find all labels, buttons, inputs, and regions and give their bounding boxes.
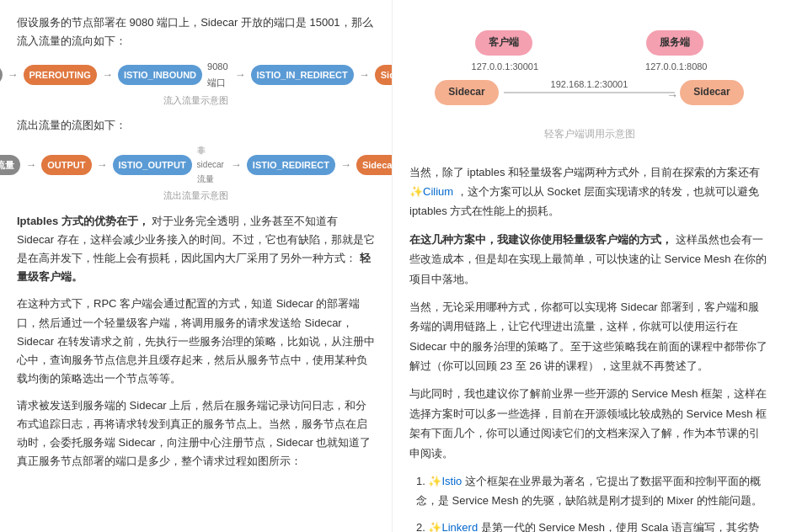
list-text-1: 这个框架在业界最为著名，它提出了数据平面和控制平面的概念，是 Service M…: [416, 475, 762, 507]
arrow4: →: [359, 66, 370, 84]
nd-caption: 轻客户端调用示意图: [544, 125, 635, 144]
nd-client-addr: 127.0.0.1:30001: [472, 59, 539, 76]
left-intro: 假设服务的节点部署在 9080 端口上，Sidecar 开放的端口是 15001…: [17, 13, 375, 51]
right-p2: 在这几种方案中，我建议你使用轻量级客户端的方式， 这样虽然也会有一些改造成本，但…: [409, 230, 769, 289]
inflow-node-start: 数据流入: [0, 65, 3, 86]
outflow-intro: 流出流量的流图如下：: [17, 116, 375, 135]
network-diagram: 客户端 服务端 127.0.0.1:30001 127.0.0.1:8080 S…: [409, 22, 769, 159]
iptables-title: Iptables 方式的优势在于，: [17, 215, 149, 227]
right-panel: 客户端 服务端 127.0.0.1:30001 127.0.0.1:8080 S…: [393, 0, 786, 532]
right-p3: 当然，无论采用哪种方式，你都可以实现将 Sidecar 部署到，客户端和服务端的…: [409, 297, 769, 376]
outflow-node-istiooutput: ISTIO_OUTPUT: [113, 155, 192, 176]
nd-line: 192.168.1.2:30001 →: [504, 92, 676, 93]
list-num-2: 2.: [416, 521, 428, 532]
list-item-2: 2. ✨Linkerd 是第一代的 Service Mesh，使用 Scala …: [409, 518, 769, 532]
outflow-caption: 流出流量示意图: [163, 188, 228, 204]
inflow-row: 数据流入 → PREROUTING → ISTIO_INBOUND 9080端口…: [0, 59, 393, 90]
right-p1b: ，这个方案可以从 Socket 层面实现请求的转发，也就可以避免 iptable…: [409, 185, 759, 217]
nd-server-col: 服务端: [646, 30, 703, 56]
outflow-diagram: 流出流量 → OUTPUT → ISTIO_OUTPUT 非sidecar流量 …: [17, 143, 375, 204]
right-p2-bold: 在这几种方案中，我建议你使用轻量级客户端的方式，: [409, 233, 672, 246]
nd-top-row: 客户端 服务端: [418, 30, 761, 56]
left-panel: 假设服务的节点部署在 9080 端口上，Sidecar 开放的端口是 15001…: [0, 0, 393, 532]
out-arrow4: →: [340, 156, 351, 174]
cilium-link[interactable]: ✨Cilium: [409, 185, 453, 198]
outflow-node-istiored: ISTIO_REDIRECT: [247, 155, 335, 176]
nd-mid-row: Sidecar 192.168.1.2:30001 → Sidecar: [435, 80, 743, 122]
nd-addr-row: 127.0.0.1:30001 127.0.0.1:8080: [418, 59, 761, 76]
nd-server-addr: 127.0.0.1:8080: [645, 59, 707, 76]
nd-mid-addr: 192.168.1.2:30001: [551, 77, 628, 93]
out-arrow2: →: [97, 156, 108, 174]
linkerd-link[interactable]: ✨Linkerd: [428, 521, 478, 532]
istio-link[interactable]: ✨Istio: [428, 475, 462, 487]
inflow-caption: 流入流量示意图: [163, 93, 228, 109]
nd-sidecar-right: Sidecar: [680, 80, 743, 105]
link-list: 1. ✨Istio 这个框架在业界最为著名，它提出了数据平面和控制平面的概念，是…: [409, 471, 769, 532]
inflow-node-inbound: ISTIO_INBOUND: [118, 65, 202, 86]
outflow-node-output: OUTPUT: [41, 155, 91, 176]
arrow3: →: [235, 66, 246, 84]
non-sidecar-label: 非sidecar流量: [197, 143, 224, 186]
list-num-1: 1.: [416, 475, 428, 487]
inflow-diagram: 数据流入 → PREROUTING → ISTIO_INBOUND 9080端口…: [17, 59, 375, 108]
right-p1-text: 当然，除了 iptables 和轻量级客户端两种方式外，目前在探索的方案还有: [409, 166, 760, 178]
arrow2: →: [102, 66, 113, 84]
right-p1: 当然，除了 iptables 和轻量级客户端两种方式外，目前在探索的方案还有 ✨…: [409, 162, 769, 221]
list-item-1: 1. ✨Istio 这个框架在业界最为著名，它提出了数据平面和控制平面的概念，是…: [409, 471, 769, 511]
nd-client-col: 客户端: [475, 30, 532, 56]
outflow-row: 流出流量 → OUTPUT → ISTIO_OUTPUT 非sidecar流量 …: [0, 143, 393, 186]
nd-sidecar-left: Sidecar: [435, 80, 498, 105]
arrow1: →: [8, 66, 19, 84]
outflow-node-sidecar: Sidecar端口: [356, 155, 393, 176]
inflow-node-redirect: ISTIO_IN_REDIRECT: [251, 65, 354, 86]
left-p2: 在这种方式下，RPC 客户端会通过配置的方式，知道 Sidecar 的部署端口，…: [17, 295, 375, 387]
right-p4: 与此同时，我也建议你了解前业界一些开源的 Service Mesh 框架，这样在…: [409, 384, 769, 463]
inflow-node-prerouting: PREROUTING: [24, 65, 97, 86]
outflow-node-start: 流出流量: [0, 155, 20, 176]
left-p3: 请求被发送到服务端的 Sidecar 上后，然后在服务端记录访问日志，和分布式追…: [17, 396, 375, 471]
port-label: 9080端口: [207, 59, 227, 90]
nd-server-label: 服务端: [646, 30, 703, 56]
out-arrow1: →: [25, 156, 36, 174]
out-arrow3: →: [231, 156, 242, 174]
left-p1: Iptables 方式的优势在于， 对于业务完全透明，业务甚至不知道有 Side…: [17, 212, 375, 286]
nd-client-label: 客户端: [475, 30, 532, 56]
inflow-node-sidecar: Sidecar端口: [375, 65, 393, 86]
nd-arrow: →: [666, 85, 678, 106]
